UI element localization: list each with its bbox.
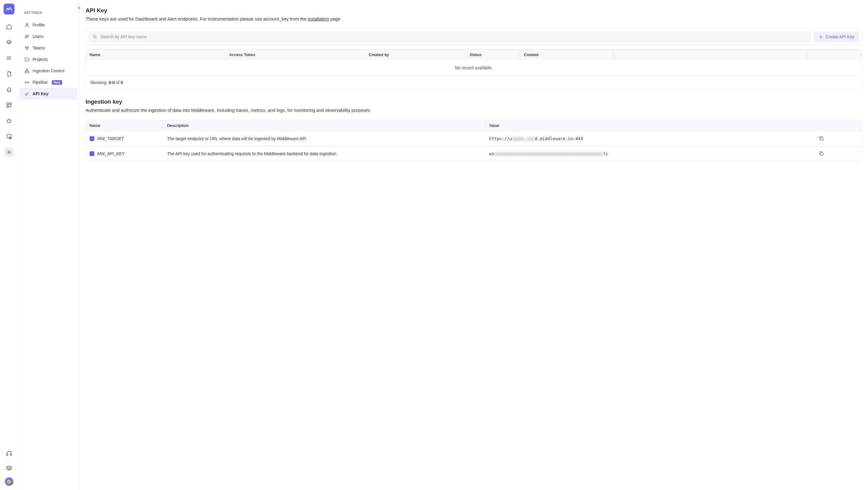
svg-rect-3 (7, 120, 11, 123)
home-icon[interactable] (4, 22, 14, 32)
sidebar-item-label: Projects (33, 57, 48, 62)
svg-rect-16 (25, 72, 26, 73)
teams-icon (24, 45, 30, 51)
svg-rect-4 (7, 134, 11, 138)
svg-rect-7 (6, 454, 7, 456)
value-cell: https://uxxxxx_xxxd.middleware.io:443 (486, 131, 815, 146)
svg-point-11 (27, 35, 29, 36)
stack-icon[interactable] (4, 37, 14, 48)
search-box[interactable] (88, 31, 811, 42)
dashboard-icon[interactable] (4, 100, 14, 110)
sidebar-item-label: Teams (33, 45, 45, 50)
sidebar-heading: SETTINGS (18, 11, 79, 19)
apikey-table: Name Access Token Created by Status Crea… (86, 49, 862, 90)
svg-rect-1 (9, 103, 11, 105)
col-value: Value (486, 120, 862, 131)
svg-rect-8 (10, 454, 11, 456)
app-logo[interactable] (4, 4, 14, 14)
copy-icon[interactable] (819, 151, 856, 156)
synthetic-icon[interactable] (4, 131, 14, 142)
empty-state: No record available. (86, 60, 862, 75)
svg-point-13 (27, 47, 28, 48)
svg-rect-15 (26, 69, 27, 70)
mw-logo-icon (90, 151, 94, 156)
svg-point-19 (27, 82, 29, 83)
package-icon[interactable] (4, 463, 14, 473)
mw-logo-icon (90, 136, 94, 141)
support-icon[interactable] (4, 449, 14, 459)
svg-point-10 (25, 35, 27, 36)
sidebar-item-ingestion-control[interactable]: Ingestion Control (18, 65, 79, 76)
apikey-title: API Key (86, 7, 862, 14)
ingestion-table: Name Description Value MW_TARGET The tar… (86, 120, 862, 161)
user-avatar[interactable]: 😊 (5, 477, 13, 486)
installation-link[interactable]: installation (308, 16, 329, 21)
bell-icon[interactable] (4, 84, 14, 95)
apikey-desc: These keys are used for Dashboard and Al… (86, 16, 862, 22)
users-icon (24, 34, 30, 39)
table-row: MW_TARGET The target endpoint or URL whe… (86, 131, 862, 146)
svg-rect-17 (28, 72, 29, 73)
col-status: Status (466, 50, 520, 60)
folder-icon (24, 57, 30, 62)
file-icon[interactable] (4, 69, 14, 79)
table-footer: Showing: 0-0 of 0 (86, 75, 862, 89)
table-row: MW_API_KEY The API key used for authenti… (86, 146, 862, 161)
search-icon (93, 34, 97, 39)
svg-point-20 (25, 93, 27, 95)
svg-point-9 (26, 23, 28, 25)
hierarchy-icon (24, 68, 30, 73)
value-cell: wsxxxxxxxxxxxxxxxxxxxxxxxxxxxxxxxxxxxxxx… (486, 147, 815, 161)
col-access-token: Access Token (225, 50, 365, 60)
key-icon (24, 91, 30, 96)
sidebar-item-teams[interactable]: Teams (18, 42, 79, 54)
sidebar-item-label: Users (33, 34, 44, 39)
col-spacer2 (807, 50, 862, 60)
sidebar-item-label: Profile (33, 23, 44, 27)
svg-point-18 (25, 82, 26, 83)
sidebar-item-users[interactable]: Users (18, 31, 79, 42)
ingestion-title: Ingestion key (86, 98, 862, 105)
list-icon[interactable] (4, 53, 14, 63)
create-api-key-button[interactable]: Create API Key (814, 31, 859, 42)
sidebar-item-projects[interactable]: Projects (18, 54, 79, 65)
svg-point-14 (26, 48, 27, 50)
pipeline-icon (24, 80, 30, 85)
col-name: Name (86, 120, 163, 131)
beta-badge: Beta (52, 80, 62, 85)
svg-point-21 (93, 35, 96, 38)
sidebar-item-label: Ingestion Control (33, 68, 64, 73)
sidebar-item-api-key[interactable]: API Key (20, 88, 78, 99)
collapse-sidebar-button[interactable] (76, 5, 82, 11)
sidebar-item-profile[interactable]: Profile (18, 19, 79, 31)
svg-rect-2 (7, 106, 8, 108)
svg-rect-23 (820, 153, 823, 155)
robot-icon[interactable] (4, 116, 14, 126)
plus-icon (818, 35, 823, 39)
svg-point-6 (8, 152, 10, 153)
svg-rect-0 (7, 103, 8, 105)
search-input[interactable] (100, 34, 807, 39)
svg-point-12 (25, 47, 26, 48)
col-created-by: Created by (365, 50, 466, 60)
copy-icon[interactable] (819, 136, 856, 141)
sidebar-item-pipeline[interactable]: Pipeline Beta (18, 76, 79, 88)
col-created: Created (520, 50, 613, 60)
ingestion-desc: Authenticate and authorize the ingestion… (86, 107, 862, 113)
sidebar-item-label: Pipeline (33, 80, 48, 85)
sidebar-item-label: API Key (33, 91, 49, 96)
col-spacer1 (613, 50, 807, 60)
svg-rect-22 (820, 138, 823, 141)
col-description: Description (163, 120, 485, 131)
user-icon (24, 22, 30, 28)
settings-icon[interactable] (4, 147, 14, 157)
col-name: Name (86, 50, 225, 60)
